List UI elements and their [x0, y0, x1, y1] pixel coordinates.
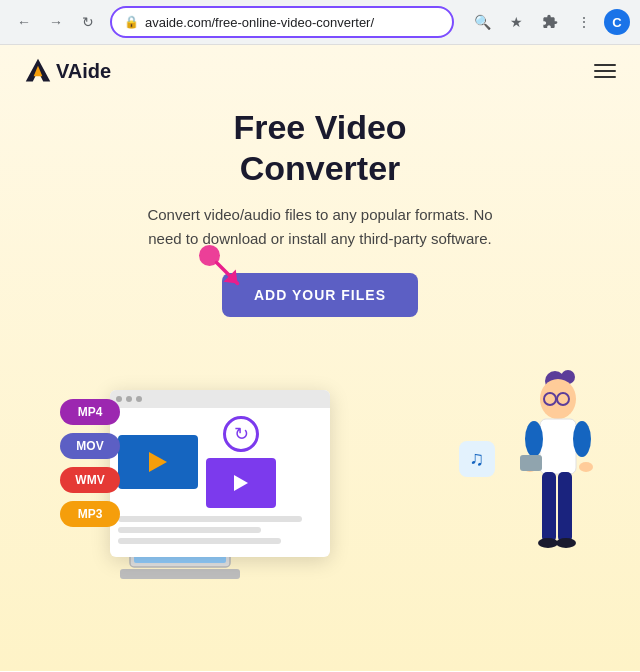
hamburger-menu[interactable]: [594, 64, 616, 78]
convert-icon: ↻: [223, 416, 259, 452]
page-content: VAide Free Video Converter Convert video…: [0, 45, 640, 671]
reload-button[interactable]: ↻: [74, 8, 102, 36]
play-icon-white: [234, 475, 248, 491]
badge-mp4: MP4: [60, 399, 120, 425]
mockup-titlebar: [110, 390, 330, 408]
browser-top-bar: ← → ↻ 🔒 avaide.com/free-online-video-con…: [0, 0, 640, 44]
badge-wmv: WMV: [60, 467, 120, 493]
toolbar-icons: 🔍 ★ ⋮ C: [468, 8, 630, 36]
svg-rect-9: [120, 569, 240, 579]
badge-mov: MOV: [60, 433, 120, 459]
mockup-line-1: [118, 516, 302, 522]
format-badges: MP4 MOV WMV MP3: [60, 399, 120, 527]
cta-area: ADD YOUR FILES: [222, 273, 418, 317]
logo-text: VAide: [56, 60, 111, 83]
video-thumb-purple: [206, 458, 276, 508]
svg-rect-22: [520, 455, 542, 471]
svg-point-23: [579, 462, 593, 472]
mockup-line-3: [118, 538, 281, 544]
nav-buttons: ← → ↻: [10, 8, 102, 36]
svg-point-18: [573, 421, 591, 457]
logo: VAide: [24, 57, 111, 85]
cursor-arrow-icon: [192, 238, 262, 308]
play-icon-yellow: [149, 452, 167, 472]
illustration-area: MP4 MOV WMV MP3 ↻: [0, 347, 640, 627]
url-text: avaide.com/free-online-video-converter/: [145, 15, 440, 30]
profile-avatar[interactable]: C: [604, 9, 630, 35]
hero-section: Free Video Converter Convert video/audio…: [0, 97, 640, 347]
menu-icon[interactable]: ⋮: [570, 8, 598, 36]
video-thumb-blue: [118, 435, 198, 489]
svg-point-17: [525, 421, 543, 457]
svg-point-25: [556, 538, 576, 548]
address-bar[interactable]: 🔒 avaide.com/free-online-video-converter…: [110, 6, 454, 38]
lock-icon: 🔒: [124, 15, 139, 29]
svg-rect-16: [540, 419, 576, 474]
extensions-icon[interactable]: [536, 8, 564, 36]
video-mockup: ↻: [110, 390, 330, 557]
svg-rect-20: [558, 472, 572, 542]
character-illustration: [500, 367, 610, 587]
bookmark-icon[interactable]: ★: [502, 8, 530, 36]
back-button[interactable]: ←: [10, 8, 38, 36]
badge-mp3: MP3: [60, 501, 120, 527]
hero-subtitle: Convert video/audio files to any popular…: [130, 203, 510, 251]
forward-button[interactable]: →: [42, 8, 70, 36]
mockup-dot-2: [126, 396, 132, 402]
mockup-body: ↻: [110, 408, 330, 516]
svg-rect-19: [542, 472, 556, 542]
svg-point-24: [538, 538, 558, 548]
search-icon[interactable]: 🔍: [468, 8, 496, 36]
browser-chrome: ← → ↻ 🔒 avaide.com/free-online-video-con…: [0, 0, 640, 45]
logo-icon: [24, 57, 52, 85]
site-nav: VAide: [0, 45, 640, 97]
mockup-dot-3: [136, 396, 142, 402]
music-note-icon: ♫: [459, 441, 495, 477]
mockup-line-2: [118, 527, 261, 533]
hero-title: Free Video Converter: [40, 107, 600, 189]
mockup-lines: [110, 516, 330, 557]
